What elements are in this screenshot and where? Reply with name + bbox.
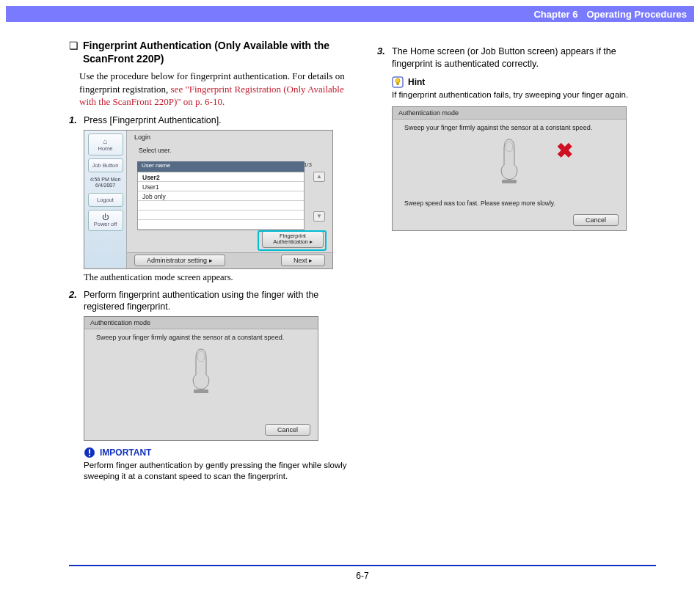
caption: The authentication mode screen appears. [84,272,348,283]
fingerprint-auth-button[interactable]: Fingerprint Authentication ▸ [262,231,324,248]
list-item [138,220,304,230]
intro-paragraph: Use the procedure below for fingerprint … [79,70,348,109]
clock: 4:56 PM Mon 6/4/2007 [87,175,124,191]
chapter-number: Chapter 6 [533,9,577,20]
svg-rect-9 [502,180,517,183]
important-note-header: IMPORTANT [84,447,348,458]
job-button[interactable]: Job Button [88,158,123,172]
chapter-header: Chapter 6 Operating Procedures [6,6,694,22]
step-3: 3. The Home screen (or Job Button screen… [377,45,656,70]
page-number: 6-7 [356,571,368,581]
list-item[interactable]: User1 [138,182,304,191]
dialog-title: Authentication mode [84,317,318,329]
sidebar: ⌂Home Job Button 4:56 PM Mon 6/4/2007 Lo… [84,131,127,268]
step-number: 3. [377,45,387,70]
screenshot-auth-mode: Authentication mode Sweep your finger fi… [84,316,318,441]
important-text: Perform finger authentication by gently … [84,460,348,482]
finger-icon [495,136,524,187]
screenshot-login: ⌂Home Job Button 4:56 PM Mon 6/4/2007 Lo… [84,130,333,269]
step-text: The Home screen (or Job Button screen) a… [392,45,656,70]
scroll-down-button[interactable]: ▼ [313,211,325,222]
instruction-text: Sweep your finger firmly against the sen… [84,329,318,341]
svg-rect-3 [89,450,90,454]
right-column: 3. The Home screen (or Job Button screen… [377,40,656,553]
svg-rect-4 [89,455,90,456]
section-title: Fingerprint Authentication (Only Availab… [83,40,348,65]
page-footer: 6-7 [69,565,656,581]
hint-icon [392,76,404,88]
list-item[interactable]: Job only [138,191,304,201]
step-number: 2. [69,289,79,314]
home-button[interactable]: ⌂Home [88,133,123,156]
user-list[interactable]: User2 User1 Job only [137,172,305,230]
dialog-title: Authentication mode [393,107,626,120]
user-column-header: User name [137,161,305,172]
section-bullet: ❏ [69,40,79,65]
error-message: Sweep speed was too fast. Please sweep m… [404,200,555,207]
instruction-text: Sweep your finger firmly against the sen… [393,120,626,131]
scroll-up-button[interactable]: ▲ [313,172,325,182]
list-item [138,201,304,211]
step-text: Press [Fingerprint Authentication]. [84,114,222,127]
hint-label: Hint [408,77,425,87]
page-body: ❏ Fingerprint Authentication (Only Avail… [69,40,656,553]
cancel-button[interactable]: Cancel [265,424,310,436]
list-item [138,211,304,220]
admin-setting-button[interactable]: Administrator setting ▸ [134,255,225,266]
chapter-title: Operating Procedures [586,9,687,20]
cancel-button[interactable]: Cancel [573,214,619,226]
scroll-controls: ▲ ▼ [313,172,325,222]
next-button[interactable]: Next ▸ [281,255,325,266]
power-off-button[interactable]: ⏻Power off [88,210,123,231]
svg-point-6 [395,78,400,83]
finger-icon [186,345,216,397]
step-number: 1. [69,114,79,127]
select-user-label: Select user. [139,147,171,154]
section-heading: ❏ Fingerprint Authentication (Only Avail… [69,40,348,65]
left-column: ❏ Fingerprint Authentication (Only Avail… [69,40,348,553]
logout-button[interactable]: Logout [88,193,123,207]
page-indicator: 1/3 [304,161,312,168]
step-1: 1. Press [Fingerprint Authentication]. [69,114,348,127]
step-text: Perform fingerprint authentication using… [84,289,348,314]
screenshot-auth-fail: Authentication mode Sweep your finger fi… [392,106,627,231]
hint-text: If fingerprint authentication fails, try… [392,89,656,100]
important-label: IMPORTANT [100,447,151,458]
login-panel: Login Select user. User name 1/3 User2 U… [127,131,332,268]
step-2: 2. Perform fingerprint authentication us… [69,289,348,314]
login-title: Login [134,133,150,141]
error-x-icon: ✖ [556,139,573,163]
svg-rect-1 [194,389,208,393]
hint-header: Hint [392,76,656,88]
important-icon [84,447,95,458]
svg-rect-7 [397,83,399,85]
list-item[interactable]: User2 [138,172,304,182]
